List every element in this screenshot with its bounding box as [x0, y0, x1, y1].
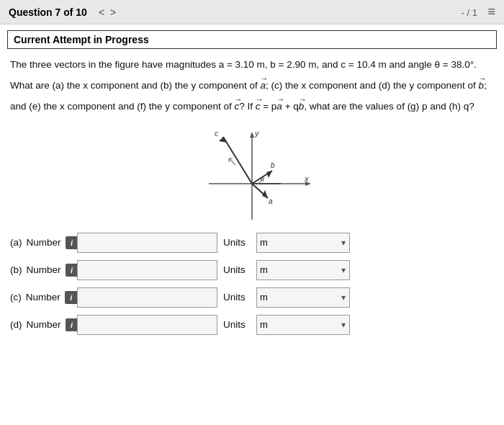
figure-area: y x c b a θ [0, 126, 504, 227]
prev-arrow[interactable]: < [99, 6, 104, 18]
svg-text:↖: ↖ [227, 154, 238, 169]
top-bar-left: Question 7 of 10 < > [9, 6, 116, 18]
letter-c: (c) [10, 292, 22, 303]
svg-marker-7 [219, 137, 228, 143]
letter-a: (a) [10, 237, 22, 248]
svg-marker-4 [250, 132, 254, 138]
number-label-c: Number [26, 292, 60, 303]
question-title: Question 7 of 10 [9, 6, 87, 18]
info-btn-a[interactable]: i [66, 236, 78, 249]
answer-row-c: (c) Number i Units m cm km [10, 287, 494, 308]
q-text1: The three vectors in the figure have mag… [10, 59, 219, 70]
page: Question 7 of 10 < > - / 1 ≡ Current Att… [0, 0, 504, 425]
answer-row-a: (a) Number i Units m cm km [10, 233, 494, 253]
units-select-d[interactable]: m cm km [256, 315, 350, 335]
letter-b: (b) [10, 264, 22, 275]
q-b-val: b = 2.90 m [270, 59, 316, 70]
answer-label-a: (a) Number i [10, 236, 71, 249]
vec-b: →b [479, 73, 485, 94]
info-btn-d[interactable]: i [66, 318, 78, 331]
units-label-b: Units [223, 264, 251, 275]
answers-section: (a) Number i Units m cm km (b) Number i [0, 230, 504, 345]
current-attempt-label: Current Attempt in Progress [14, 34, 149, 45]
units-label-d: Units [223, 319, 251, 330]
top-bar: Question 7 of 10 < > - / 1 ≡ [0, 0, 504, 24]
info-btn-b[interactable]: i [66, 264, 78, 277]
score-label: - / 1 ≡ [462, 4, 495, 19]
info-btn-c[interactable]: i [65, 291, 78, 304]
q-text8: , what are the values of (g) p and (h) q… [304, 101, 474, 112]
answer-row-b: (b) Number i Units m cm km [10, 260, 494, 280]
svg-text:c: c [215, 130, 218, 138]
answer-label-d: (d) Number i [10, 318, 71, 331]
svg-text:θ: θ [261, 176, 264, 183]
q-c-val: c = 10.4 m [341, 59, 386, 70]
svg-text:x: x [304, 174, 309, 183]
q-a-val: a = 3.10 m [219, 59, 265, 70]
question-text: The three vectors in the figure have mag… [10, 58, 494, 115]
number-label-a: Number [27, 237, 61, 248]
number-input-d[interactable] [77, 315, 217, 335]
svg-marker-10 [266, 171, 272, 178]
answer-label-c: (c) Number i [10, 291, 71, 304]
vector-svg: y x c b a θ [187, 126, 317, 227]
answer-label-b: (b) Number i [10, 264, 71, 277]
letter-d: (d) [10, 319, 22, 330]
q-text3: ; (c) the x component and (d) the y comp… [266, 80, 479, 91]
units-select-a[interactable]: m cm km [256, 233, 350, 253]
number-input-c[interactable] [77, 287, 217, 308]
units-select-wrapper-c: m cm km [256, 287, 350, 308]
nav-arrows: < > [99, 6, 116, 18]
units-select-c[interactable]: m cm km [256, 287, 350, 308]
svg-text:y: y [254, 129, 260, 138]
number-input-a[interactable] [77, 233, 217, 253]
next-arrow[interactable]: > [110, 6, 116, 18]
units-select-b[interactable]: m cm km [256, 260, 350, 280]
score-value: - / 1 [462, 7, 477, 18]
number-input-b[interactable] [77, 260, 217, 280]
units-select-wrapper-a: m cm km [256, 233, 350, 253]
current-attempt-bar: Current Attempt in Progress [7, 30, 497, 49]
number-label-d: Number [27, 319, 61, 330]
number-label-b: Number [27, 264, 61, 275]
svg-text:b: b [271, 161, 275, 169]
vec-a2: →a [276, 94, 282, 115]
units-label-c: Units [223, 292, 251, 303]
question-body: The three vectors in the figure have mag… [0, 53, 504, 120]
answer-row-d: (d) Number i Units m cm km [10, 315, 494, 335]
vec-b2: →b [299, 94, 305, 115]
q-comma2: , and [317, 59, 341, 70]
vec-a: →a [260, 73, 266, 94]
vec-c2: →c [256, 94, 261, 115]
units-select-wrapper-b: m cm km [256, 260, 350, 280]
units-select-wrapper-d: m cm km [256, 315, 350, 335]
units-label-a: Units [223, 237, 251, 248]
svg-text:a: a [269, 197, 273, 205]
menu-icon[interactable]: ≡ [487, 4, 495, 19]
vec-c: →c [234, 94, 239, 115]
vector-diagram: y x c b a θ [187, 126, 317, 227]
